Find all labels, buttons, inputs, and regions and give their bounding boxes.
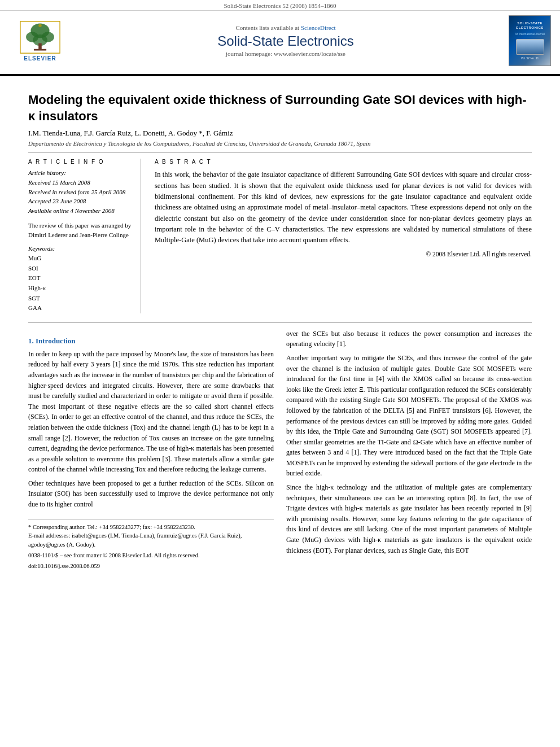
journal-citation: Solid-State Electronics 52 (2008) 1854–1… [224, 2, 336, 9]
reviewer-note: The review of this paper was arranged by… [28, 221, 133, 239]
journal-main-title: Solid-State Electronics [71, 33, 500, 49]
keywords-section: Keywords: MuG SOI EOT High-κ SGT GAA [28, 245, 133, 313]
body-para-2: Other techniques have been proposed to g… [28, 478, 274, 510]
journal-cover-image: SOLID-STATEELECTRONICS An International … [509, 15, 551, 66]
body-two-col: 1. Introduction In order to keep up with… [28, 329, 532, 571]
article-info-col: A R T I C L E I N F O Article history: R… [28, 159, 141, 313]
body-para-1: In order to keep up with the pace impose… [28, 349, 274, 475]
contents-available: Contents lists available at ScienceDirec… [71, 24, 500, 31]
article-authors: I.M. Tienda-Luna, F.J. García Ruiz, L. D… [28, 129, 532, 138]
accepted-date: Accepted 23 June 2008 [28, 196, 133, 206]
article-affiliation: Departamento de Electrónica y Tecnología… [28, 140, 532, 147]
elsevier-label-text: ELSEVIER [24, 55, 56, 62]
journal-cover: SOLID-STATEELECTRONICS An International … [500, 15, 551, 66]
received-revised-date: Received in revised form 25 April 2008 [28, 187, 133, 197]
elsevier-logo: ELSEVIER [9, 20, 71, 62]
cover-volume: Vol. 52 No. 11 [521, 56, 539, 60]
header-content: ELSEVIER Contents lists available at Sci… [0, 11, 560, 71]
article-title: Modeling the equivalent oxide thickness … [28, 92, 532, 124]
available-date: Available online 4 November 2008 [28, 206, 133, 216]
body-col-right: over the SCEs but also because it reduce… [286, 329, 532, 571]
keyword-eot: EOT [28, 273, 133, 283]
journal-homepage: journal homepage: www.elsevier.com/locat… [71, 50, 500, 57]
cover-subtitle: An International Journal [515, 32, 545, 36]
cover-title-text: SOLID-STATEELECTRONICS [516, 21, 544, 30]
journal-title-center: Contents lists available at ScienceDirec… [71, 24, 500, 57]
footnote-emails: E-mail addresses: isabelt@ugr.es (I.M. T… [28, 531, 274, 549]
article-info-abstract-cols: A R T I C L E I N F O Article history: R… [28, 152, 532, 313]
keyword-sgt: SGT [28, 294, 133, 304]
body-col-left: 1. Introduction In order to keep up with… [28, 329, 274, 571]
footnote-issn: 0038-1101/$ – see front matter © 2008 El… [28, 551, 274, 560]
body-para-3: over the SCEs but also because it reduce… [286, 329, 532, 350]
elsevier-tree-icon [18, 20, 63, 54]
cover-graphic [516, 39, 544, 55]
abstract-heading: A B S T R A C T [155, 159, 532, 165]
article-history: Article history: Received 15 March 2008 … [28, 169, 133, 215]
article-info-heading: A R T I C L E I N F O [28, 159, 133, 165]
svg-rect-6 [38, 43, 42, 49]
keyword-highk: High-κ [28, 283, 133, 294]
keyword-soi: SOI [28, 264, 133, 274]
footnote-corresponding: * Corresponding author. Tel.: +34 958224… [28, 523, 274, 532]
journal-header: Solid-State Electronics 52 (2008) 1854–1… [0, 0, 560, 75]
top-citation-bar: Solid-State Electronics 52 (2008) 1854–1… [0, 0, 560, 11]
body-para-5: Since the high-κ technology and the util… [286, 482, 532, 556]
history-title: Article history: [28, 169, 133, 176]
keyword-gaa: GAA [28, 303, 133, 313]
section1-title: 1. Introduction [28, 337, 274, 346]
keywords-title: Keywords: [28, 245, 133, 252]
svg-point-8 [38, 24, 42, 27]
svg-rect-7 [34, 49, 46, 50]
content-divider [28, 322, 532, 323]
received-date: Received 15 March 2008 [28, 178, 133, 187]
sciencedirect-link[interactable]: ScienceDirect [301, 24, 336, 31]
article-container: Modeling the equivalent oxide thickness … [0, 76, 560, 582]
footnote-doi: doi:10.1016/j.sse.2008.06.059 [28, 562, 274, 571]
body-para-4: Another important way to mitigate the SC… [286, 353, 532, 479]
keyword-mug: MuG [28, 254, 133, 264]
article-footer: * Corresponding author. Tel.: +34 958224… [28, 519, 274, 571]
copyright-line: © 2008 Elsevier Ltd. All rights reserved… [155, 251, 532, 257]
abstract-col: A B S T R A C T In this work, the behavi… [155, 159, 532, 313]
abstract-text: In this work, the behavior of the gate i… [155, 169, 532, 246]
